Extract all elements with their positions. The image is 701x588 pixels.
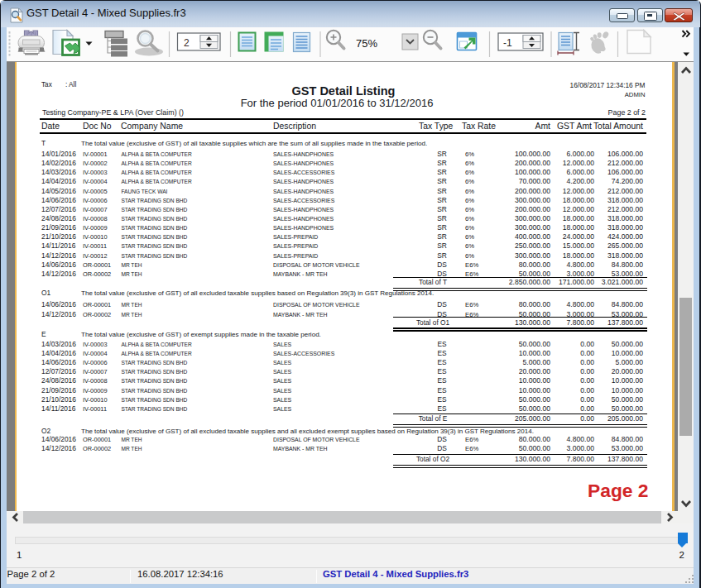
- svg-text:2: 2: [184, 37, 190, 49]
- svg-text:-1: -1: [503, 37, 512, 49]
